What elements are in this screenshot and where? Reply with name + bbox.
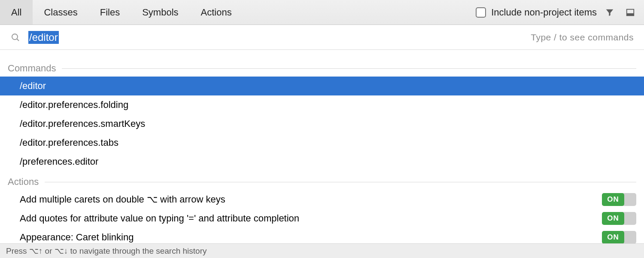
- search-query-text: /editor: [28, 31, 59, 44]
- command-label: /preferences.editor: [20, 156, 98, 167]
- tab-label: Symbols: [142, 7, 178, 18]
- command-row[interactable]: /editor.preferences.tabs: [0, 133, 644, 152]
- command-row[interactable]: /editor: [0, 77, 644, 95]
- svg-point-2: [12, 34, 18, 40]
- svg-line-3: [17, 39, 19, 41]
- open-in-toolwindow-icon[interactable]: [623, 8, 638, 17]
- include-nonproject-wrap: Include non-project items: [476, 0, 644, 25]
- section-label: Actions: [8, 176, 39, 187]
- toggle-switch[interactable]: ON: [602, 193, 636, 206]
- search-hint: Type / to see commands: [531, 32, 636, 43]
- search-input[interactable]: /editor: [28, 31, 531, 44]
- search-icon: [10, 32, 21, 43]
- tab-classes[interactable]: Classes: [33, 0, 88, 25]
- command-label: /editor: [20, 80, 46, 92]
- action-label: Add multiple carets on double ⌥ with arr…: [20, 194, 225, 205]
- action-row[interactable]: Add quotes for attribute value on typing…: [0, 209, 644, 228]
- search-row: /editor Type / to see commands: [0, 25, 644, 50]
- command-row[interactable]: /editor.preferences.folding: [0, 95, 644, 114]
- status-bar: Press ⌥↑ or ⌥↓ to navigate through the s…: [0, 243, 644, 258]
- tab-files[interactable]: Files: [89, 0, 131, 25]
- action-label: Appearance: Caret blinking: [20, 232, 134, 243]
- section-rule: [62, 68, 636, 69]
- command-label: /editor.preferences.tabs: [20, 137, 118, 148]
- results-body: Commands /editor /editor.preferences.fol…: [0, 50, 644, 247]
- command-label: /editor.preferences.folding: [20, 99, 128, 111]
- tab-all[interactable]: All: [0, 0, 33, 25]
- section-header-actions: Actions: [0, 176, 644, 187]
- command-row[interactable]: /editor.preferences.smartKeys: [0, 114, 644, 133]
- tab-actions[interactable]: Actions: [190, 0, 243, 25]
- svg-rect-1: [627, 13, 634, 15]
- toggle-switch[interactable]: ON: [602, 212, 636, 225]
- tab-bar: All Classes Files Symbols Actions Includ…: [0, 0, 644, 25]
- command-label: /editor.preferences.smartKeys: [20, 118, 145, 129]
- action-label: Add quotes for attribute value on typing…: [20, 213, 299, 224]
- toggle-state: ON: [602, 193, 624, 206]
- tab-label: All: [11, 7, 21, 18]
- toggle-switch[interactable]: ON: [602, 231, 636, 244]
- action-row[interactable]: Add multiple carets on double ⌥ with arr…: [0, 190, 644, 209]
- include-nonproject-label: Include non-project items: [491, 7, 597, 18]
- command-row[interactable]: /preferences.editor: [0, 152, 644, 171]
- tab-symbols[interactable]: Symbols: [131, 0, 189, 25]
- section-label: Commands: [8, 63, 56, 74]
- section-rule: [45, 182, 636, 182]
- tab-label: Classes: [44, 7, 77, 18]
- toggle-state: ON: [602, 231, 624, 244]
- tab-label: Actions: [201, 7, 232, 18]
- include-nonproject-checkbox[interactable]: [476, 7, 486, 18]
- filter-icon[interactable]: [602, 8, 617, 17]
- toggle-state: ON: [602, 212, 624, 225]
- status-text: Press ⌥↑ or ⌥↓ to navigate through the s…: [6, 246, 207, 256]
- tab-label: Files: [100, 7, 120, 18]
- section-header-commands: Commands: [0, 63, 644, 74]
